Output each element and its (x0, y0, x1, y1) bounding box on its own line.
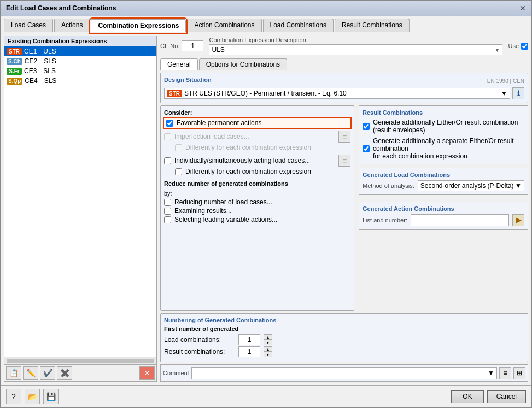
title-bar: Edit Load Cases and Combinations ✕ (1, 1, 531, 16)
individually-checkbox[interactable] (164, 157, 171, 164)
favorable-permanent-checkbox[interactable] (166, 120, 173, 127)
comment-action-icon[interactable]: ⊞ (513, 367, 525, 379)
list-number-arrow-button[interactable]: ▶ (512, 214, 524, 226)
ce-no-group: CE No. (160, 40, 203, 51)
ce-no-input[interactable] (182, 40, 203, 51)
favorable-permanent-label: Favorable permanent actions (177, 119, 261, 127)
item-type: SLS (44, 57, 56, 65)
sub-tab-options[interactable]: Options for Combinations (199, 58, 287, 70)
footer-help-button[interactable]: ? (6, 389, 21, 404)
separate-either-or-label: Generate additionally a separate Either/… (373, 137, 524, 160)
list-item[interactable]: S.Qp CE4 SLS (4, 76, 156, 86)
tab-load-combinations[interactable]: Load Combinations (263, 19, 334, 32)
comment-section: Comment ▼ ≡ ⊞ (160, 364, 528, 382)
scroll-thumb[interactable] (7, 359, 154, 363)
tab-bar: Load Cases Actions Combination Expressio… (1, 16, 531, 32)
differently-2-checkbox[interactable] (175, 168, 182, 175)
method-select-dropdown[interactable]: Second-order analysis (P-Delta) ▼ (418, 180, 524, 191)
design-situation-label: Design Situation (164, 76, 212, 83)
window-title: Edit Load Cases and Combinations (6, 4, 116, 12)
load-combinations-spinner: ▲ ▼ (264, 334, 272, 345)
footer-save-button[interactable]: 💾 (43, 389, 59, 404)
design-tag: STR (167, 90, 182, 97)
imperfection-grid-icon[interactable]: ≡ (338, 131, 350, 143)
tag-sch: S.Ch (7, 58, 22, 65)
separate-either-or-checkbox[interactable] (363, 145, 370, 152)
item-type: SLS (44, 77, 57, 85)
footer-open-button[interactable]: 📂 (25, 389, 40, 404)
method-dropdown-arrow-icon: ▼ (515, 182, 522, 190)
settings-column: Consider: Favorable permanent actions Im… (160, 105, 354, 311)
tab-action-combinations[interactable]: Action Combinations (187, 19, 261, 32)
close-icon[interactable]: ✕ (519, 4, 526, 13)
comment-dropdown[interactable]: ▼ (191, 367, 497, 379)
footer-right: OK Cancel (451, 390, 526, 403)
differently-1-row: Differently for each combination express… (175, 143, 350, 152)
item-type: SLS (43, 67, 56, 75)
ok-button[interactable]: OK (451, 390, 483, 403)
ce-no-label: CE No. (160, 43, 179, 49)
reducing-load-cases-checkbox[interactable] (164, 199, 171, 206)
result-combinations-num-input[interactable] (238, 346, 260, 357)
combo-desc-label: Combination Expression Description (209, 37, 502, 43)
right-panel: CE No. Combination Expression Descriptio… (160, 36, 528, 382)
list-item[interactable]: S.Ch CE2 SLS (4, 56, 156, 66)
separate-either-or-row: Generate additionally a separate Either/… (363, 137, 524, 161)
sub-tab-general[interactable]: General (160, 58, 198, 70)
result-combinations-down-button[interactable]: ▼ (264, 352, 272, 357)
check-button[interactable]: ✔️ (40, 366, 55, 380)
list-item[interactable]: STR CE1 ULS (4, 46, 156, 56)
tab-combination-expressions[interactable]: Combination Expressions (91, 19, 186, 32)
item-type: ULS (43, 48, 56, 55)
use-label: Use (508, 43, 519, 49)
result-combinations-label: Result combinations: (164, 348, 235, 356)
differently-2-row: Differently for each combination express… (175, 167, 350, 176)
tab-load-cases[interactable]: Load Cases (4, 19, 53, 32)
footer: ? 📂 💾 OK Cancel (1, 385, 531, 407)
tag-sqp: S.Qp (7, 78, 22, 85)
load-combinations-num-input[interactable] (238, 334, 260, 345)
list-item[interactable]: S.Fr CE3 SLS (4, 66, 156, 76)
list-number-input[interactable] (411, 214, 509, 226)
either-or-checkbox[interactable] (363, 123, 370, 130)
design-situation-dropdown[interactable]: STR STR ULS (STR/GEO) - Permanent / tran… (164, 88, 510, 99)
sub-tab-bar: General Options for Combinations (160, 58, 528, 70)
comment-copy-icon[interactable]: ≡ (499, 367, 511, 379)
uncheck-button[interactable]: ✖️ (57, 366, 72, 380)
delete-button[interactable]: ✕ (139, 366, 155, 380)
design-situation-row: STR STR ULS (STR/GEO) - Permanent / tran… (164, 87, 524, 99)
reducing-load-cases-row: Reducing number of load cases... (164, 198, 350, 206)
item-id: CE3 (24, 67, 37, 75)
tab-actions[interactable]: Actions (54, 19, 90, 32)
result-combinations-up-button[interactable]: ▲ (264, 346, 272, 352)
individually-grid-icon[interactable]: ≡ (338, 155, 350, 167)
generated-action-section: Generated Action Combinations List and n… (359, 202, 528, 230)
settings-section: Consider: Favorable permanent actions Im… (160, 105, 354, 311)
generated-load-section: Generated Load Combinations Method of an… (359, 168, 528, 195)
load-combinations-up-button[interactable]: ▲ (264, 334, 272, 340)
combo-desc-group: Combination Expression Description ULS ▼ (209, 37, 502, 55)
cancel-button[interactable]: Cancel (487, 390, 526, 403)
method-row: Method of analysis: Second-order analysi… (363, 180, 524, 191)
differently-1-checkbox[interactable] (175, 144, 182, 151)
imperfection-checkbox[interactable] (164, 133, 171, 140)
selecting-leading-checkbox[interactable] (164, 216, 171, 223)
combo-desc-dropdown[interactable]: ULS ▼ (209, 44, 502, 55)
result-combinations-spinner: ▲ ▼ (264, 346, 272, 357)
imperfection-check-row: Imperfection load cases... ≡ (164, 130, 350, 143)
list-and-number-row: List and number: ▶ (363, 214, 524, 226)
load-combinations-down-button[interactable]: ▼ (264, 340, 272, 345)
horizontal-scroll[interactable] (4, 357, 157, 365)
numbering-section: Numbering of Generated Combinations Firs… (160, 313, 528, 362)
info-button[interactable]: ℹ (512, 87, 524, 99)
add-button[interactable]: 📋 (6, 366, 21, 380)
item-id: CE1 (24, 48, 37, 55)
tab-result-combinations[interactable]: Result Combinations (335, 19, 410, 32)
duplicate-button[interactable]: ✏️ (23, 366, 38, 380)
consider-label: Consider: (164, 109, 350, 116)
item-id: CE2 (25, 57, 37, 65)
examining-results-checkbox[interactable] (164, 208, 171, 215)
norm-label: EN 1990 | CEN (487, 78, 524, 84)
use-checkbox[interactable] (521, 43, 528, 50)
method-value: Second-order analysis (P-Delta) (420, 182, 514, 190)
